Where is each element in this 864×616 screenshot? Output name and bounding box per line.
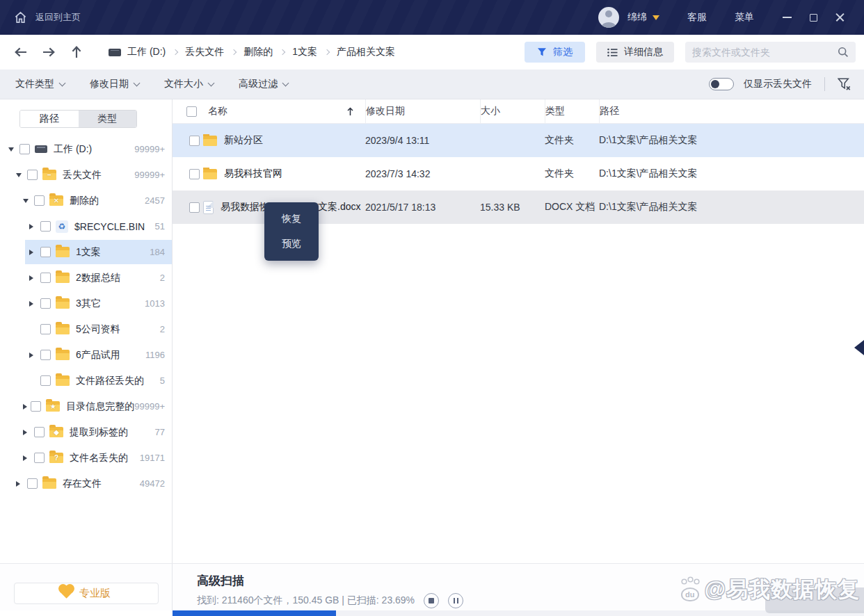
checkbox[interactable]	[189, 169, 200, 179]
forward-button[interactable]	[40, 44, 57, 60]
checkbox[interactable]	[19, 144, 30, 154]
tree-item-count: 49472	[140, 478, 165, 489]
collapse-arrow-icon[interactable]	[23, 199, 31, 203]
divider	[824, 77, 825, 91]
collapse-arrow-icon[interactable]	[16, 173, 24, 177]
breadcrumb-item-lost-files[interactable]: 丢失文件	[185, 46, 224, 58]
file-path: D:\1文案\产品相关文案	[599, 168, 864, 180]
menu-link[interactable]: 菜单	[735, 11, 754, 24]
collapse-panel-handle[interactable]	[854, 340, 864, 355]
expand-arrow-icon[interactable]	[29, 275, 38, 281]
tab-path[interactable]: 路径	[20, 111, 79, 127]
column-header-type[interactable]: 类型	[545, 99, 599, 123]
modified-date-dropdown[interactable]: 修改日期	[90, 78, 139, 90]
show-lost-files-only-toggle[interactable]	[709, 78, 734, 90]
back-to-home-button[interactable]: 返回到主页	[14, 11, 81, 24]
user-menu[interactable]: 绵绵	[627, 11, 659, 24]
breadcrumb-separator-icon	[324, 49, 330, 55]
details-button[interactable]: 详细信息	[596, 42, 674, 63]
table-row[interactable]: 易我科技官网 2023/7/3 14:32 文件夹 D:\1文案\产品相关文案	[173, 157, 864, 191]
chevron-down-icon	[134, 80, 141, 87]
column-header-name[interactable]: 名称	[173, 99, 365, 123]
collapse-arrow-icon[interactable]	[8, 147, 17, 152]
breadcrumb-item-drive[interactable]: 工作 (D:)	[127, 46, 166, 58]
checkbox[interactable]	[27, 478, 38, 489]
breadcrumb-item-product-docs[interactable]: 产品相关文案	[337, 46, 395, 58]
tree-item-5-company-info[interactable]: 5公司资料 2	[0, 316, 172, 342]
minimize-button[interactable]	[774, 3, 800, 31]
column-header-path[interactable]: 路径	[599, 99, 864, 123]
expand-arrow-icon[interactable]	[23, 455, 31, 461]
back-button[interactable]	[13, 44, 29, 60]
pro-version-button[interactable]: 专业版	[14, 583, 159, 604]
search-input[interactable]	[692, 47, 838, 58]
checkbox[interactable]	[40, 375, 51, 386]
checkbox[interactable]	[34, 453, 45, 463]
expand-arrow-icon[interactable]	[16, 481, 24, 487]
user-avatar[interactable]	[598, 7, 619, 28]
tree-item-6-product-trial[interactable]: 6产品试用 1196	[0, 342, 172, 368]
tree-item-count: 1196	[145, 350, 165, 360]
tree-item-file-path-lost[interactable]: 文件路径丢失的 5	[0, 368, 172, 394]
advanced-filter-dropdown[interactable]: 高级过滤	[239, 78, 288, 90]
checkbox[interactable]	[27, 170, 38, 180]
column-header-size[interactable]: 大小	[480, 99, 545, 123]
tab-type[interactable]: 类型	[79, 111, 137, 127]
file-type-dropdown[interactable]: 文件类型	[15, 78, 65, 90]
file-size-dropdown[interactable]: 文件大小	[164, 78, 214, 90]
expand-arrow-icon[interactable]	[29, 250, 38, 255]
context-menu-item-recover[interactable]: 恢复	[264, 210, 319, 228]
expand-arrow-icon[interactable]	[29, 352, 38, 358]
checkbox[interactable]	[34, 427, 45, 437]
pause-scan-button[interactable]	[448, 593, 463, 608]
tree-item-filename-lost[interactable]: ? 文件名丢失的 19171	[0, 445, 172, 471]
up-button[interactable]	[68, 44, 85, 60]
expand-arrow-icon[interactable]	[23, 404, 28, 410]
tree-item-recycle-bin[interactable]: ♻ $RECYCLE.BIN 51	[0, 213, 172, 239]
checkbox[interactable]	[40, 298, 51, 309]
maximize-button[interactable]	[800, 3, 826, 31]
expand-arrow-icon[interactable]	[29, 301, 38, 307]
close-button[interactable]	[826, 3, 853, 31]
context-menu-item-preview[interactable]: 预览	[264, 235, 319, 253]
tree-item-existing-files[interactable]: 存在文件 49472	[0, 471, 172, 496]
tree-item-lost-files[interactable]: − 丢失文件 99999+	[0, 162, 172, 188]
tree-item-count: 51	[155, 221, 165, 232]
stop-icon	[429, 598, 434, 603]
support-link[interactable]: 客服	[687, 11, 707, 24]
tree-item-work-drive[interactable]: 工作 (D:) 99999+	[0, 136, 172, 162]
expand-arrow-icon[interactable]	[23, 430, 31, 435]
tree-item-dir-info-complete[interactable]: ★ 目录信息完整的 99999+	[0, 394, 172, 419]
checkbox[interactable]	[40, 247, 51, 257]
tree-item-1-copywriting[interactable]: 1文案 184	[0, 239, 172, 265]
breadcrumb-item-1-copywriting[interactable]: 1文案	[292, 46, 317, 58]
watermark-text: @易我数据恢复	[705, 575, 860, 604]
checkbox[interactable]	[40, 324, 51, 334]
select-all-checkbox[interactable]	[186, 106, 197, 117]
tree-item-2-data-summary[interactable]: 2数据总结 2	[0, 265, 172, 291]
advanced-filter-dropdown-label: 高级过滤	[239, 78, 278, 90]
column-header-date[interactable]: 修改日期	[365, 99, 480, 123]
checkbox[interactable]	[31, 401, 41, 412]
expand-arrow-icon[interactable]	[29, 224, 38, 229]
search-box[interactable]	[685, 42, 856, 63]
tree-item-label: 工作 (D:)	[54, 143, 92, 156]
checkbox[interactable]	[40, 350, 51, 360]
checkbox[interactable]	[40, 273, 51, 283]
checkbox[interactable]	[34, 195, 45, 206]
checkbox[interactable]	[189, 136, 200, 146]
tree-item-deleted[interactable]: ✕ 删除的 2457	[0, 188, 172, 213]
sort-ascending-icon[interactable]	[346, 107, 354, 116]
breadcrumb-item-deleted[interactable]: 删除的	[243, 46, 273, 58]
stop-scan-button[interactable]	[424, 593, 439, 608]
tree-item-3-other[interactable]: 3其它 1013	[0, 291, 172, 316]
checkbox[interactable]	[189, 202, 200, 213]
modified-date-dropdown-label: 修改日期	[90, 78, 129, 90]
scan-progress-bar	[173, 610, 864, 616]
tree-item-extracted-tags[interactable]: ◆ 提取到标签的 77	[0, 419, 172, 445]
clear-filter-icon[interactable]	[838, 78, 851, 91]
table-row[interactable]: 新站分区 2023/9/4 13:11 文件夹 D:\1文案\产品相关文案	[173, 124, 864, 157]
checkbox[interactable]	[40, 221, 51, 232]
filter-button[interactable]: 筛选	[525, 42, 585, 63]
breadcrumb-separator-icon	[231, 49, 237, 55]
